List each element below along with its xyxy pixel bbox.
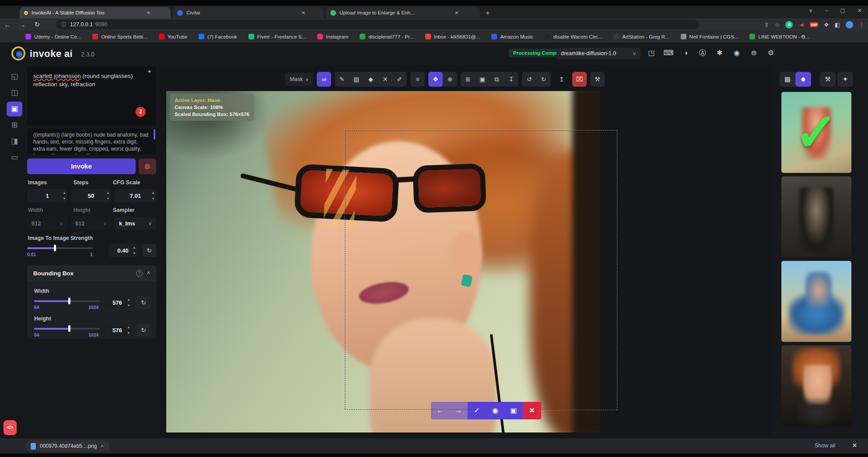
download-image-icon[interactable]: ↧ bbox=[504, 72, 518, 87]
window-menu-icon[interactable]: ∨ bbox=[809, 7, 813, 14]
upload-image-icon[interactable]: ↥ bbox=[554, 72, 569, 87]
move-tool-icon[interactable]: ✥ bbox=[428, 72, 443, 87]
window-maximize-icon[interactable]: ▢ bbox=[840, 7, 845, 14]
eraser-tool-icon[interactable]: ▨ bbox=[349, 72, 364, 87]
gallery-thumbnail[interactable] bbox=[781, 176, 851, 257]
i2i-strength-stepper[interactable]: 0.40 ▴▾ bbox=[108, 244, 137, 257]
profile-avatar[interactable] bbox=[846, 21, 853, 28]
bbox-height-stepper[interactable]: 576 ▴▾ bbox=[103, 323, 132, 337]
share-icon[interactable]: ⇧ bbox=[764, 21, 769, 28]
back-icon[interactable]: ← bbox=[0, 21, 15, 28]
stepper-arrows-icon[interactable]: ▴▾ bbox=[133, 245, 135, 256]
invoke-button[interactable]: Invoke bbox=[27, 158, 136, 174]
address-bar[interactable]: ⓘ 127.0.0.1:9090 bbox=[56, 20, 699, 29]
bookmark-item[interactable]: Online Sports Betti... bbox=[92, 34, 147, 39]
bookmark-item[interactable]: LINE WEBTOON - G... bbox=[749, 34, 809, 39]
bookmark-item[interactable]: disable Wacom Circ... bbox=[545, 34, 602, 39]
steps-stepper[interactable]: 50 ▴▾ bbox=[71, 189, 111, 202]
bookmark-item[interactable]: Neil Fontaine | CGS... bbox=[681, 34, 738, 39]
bookmark-item[interactable]: Inbox - klk56831@... bbox=[425, 34, 480, 39]
previous-image-button[interactable]: ← bbox=[431, 402, 449, 419]
download-item[interactable]: 000979.40d74eb5....png ˄ bbox=[25, 440, 109, 452]
tab-unified-canvas[interactable]: ▣ bbox=[7, 102, 22, 116]
bbox-height-reset-button[interactable]: ↻ bbox=[136, 323, 150, 337]
language-icon[interactable]: Ⓐ bbox=[697, 47, 708, 59]
slider-handle[interactable] bbox=[68, 325, 70, 332]
clear-canvas-trash-icon[interactable]: ⌧ bbox=[572, 72, 587, 87]
report-bug-icon[interactable]: ✱ bbox=[714, 47, 725, 59]
sidebar-toggle-icon[interactable]: ◧ bbox=[835, 21, 840, 28]
bookmarks-overflow-icon[interactable]: » bbox=[802, 32, 805, 39]
save-to-gallery-icon[interactable]: ▣ bbox=[475, 72, 490, 87]
bbox-width-stepper[interactable]: 576 ▴▾ bbox=[103, 296, 132, 309]
forward-icon[interactable]: → bbox=[15, 21, 30, 28]
browser-menu-icon[interactable]: ⋮ bbox=[859, 21, 864, 28]
bookmark-item[interactable]: Amazon Music bbox=[491, 34, 533, 39]
gallery-thumbnail-selected[interactable]: ✓ bbox=[781, 92, 851, 173]
next-image-button[interactable]: → bbox=[449, 402, 468, 419]
bbox-width-reset-button[interactable]: ↻ bbox=[136, 296, 150, 309]
gallery-person-icon[interactable]: ☻ bbox=[795, 72, 811, 87]
brush-options-icon[interactable]: ≡ bbox=[410, 72, 425, 87]
save-staged-image-button[interactable]: ▣ bbox=[504, 402, 523, 419]
tab-civitai[interactable]: Civitai ✕ bbox=[173, 7, 324, 18]
bookmark-item[interactable]: Instagram bbox=[317, 34, 348, 39]
stepper-arrows-icon[interactable]: ▴▾ bbox=[107, 190, 109, 201]
adblock-extension-icon[interactable]: ABP bbox=[810, 22, 818, 27]
clear-mask-icon[interactable]: ✕ bbox=[378, 72, 392, 87]
brush-tool-icon[interactable]: ✎ bbox=[335, 72, 349, 87]
window-minimize-icon[interactable]: − bbox=[825, 7, 828, 14]
canvas-settings-wrench-icon[interactable]: ⚒ bbox=[590, 72, 605, 87]
width-select[interactable]: 512∨ bbox=[27, 217, 67, 230]
tab-training[interactable]: ▭ bbox=[7, 150, 22, 165]
bookmark-star-icon[interactable]: ☆ bbox=[775, 21, 780, 28]
height-select[interactable]: 512∨ bbox=[71, 217, 111, 230]
theme-icon[interactable]: ◑ bbox=[680, 47, 691, 59]
tab-postprocessing[interactable]: ◨ bbox=[7, 134, 22, 149]
stepper-arrows-icon[interactable]: ▴▾ bbox=[128, 297, 130, 308]
bbox-width-slider[interactable] bbox=[34, 300, 100, 302]
bookmark-item[interactable]: YouTube bbox=[159, 34, 187, 39]
layer-select[interactable]: Mask∨ bbox=[285, 73, 313, 86]
model-select[interactable]: dreamlike-diffusion-1.0 ∨ bbox=[556, 48, 640, 59]
bookmark-item[interactable]: ArtStation - Greg R... bbox=[613, 34, 669, 39]
site-info-icon[interactable]: ⓘ bbox=[61, 21, 66, 28]
reload-icon[interactable]: ↻ bbox=[30, 21, 45, 28]
grammarly-extension-icon[interactable]: G bbox=[785, 21, 793, 28]
tab-close-icon[interactable]: ✕ bbox=[301, 10, 305, 16]
reset-view-icon[interactable]: ⊕ bbox=[443, 72, 457, 87]
sampler-select[interactable]: k_lms∨ bbox=[115, 217, 156, 230]
slider-handle[interactable] bbox=[68, 298, 70, 304]
bookmark-item[interactable]: Udemy - Online Co... bbox=[25, 34, 81, 39]
pin-icon[interactable]: ✦ bbox=[147, 68, 152, 75]
gallery-thumbnail[interactable] bbox=[781, 261, 851, 342]
undo-icon[interactable]: ↺ bbox=[522, 72, 536, 87]
downloads-close-icon[interactable]: ✕ bbox=[852, 442, 857, 449]
github-icon[interactable]: ◉ bbox=[732, 47, 742, 59]
bookmark-item[interactable]: Fiverr - Freelance S... bbox=[248, 34, 306, 39]
color-picker-icon[interactable]: ✐ bbox=[392, 72, 407, 87]
tab-invokeai[interactable]: InvokeAI - A Stable Diffusion Too ✕ bbox=[20, 7, 171, 18]
redo-icon[interactable]: ↻ bbox=[536, 72, 551, 87]
i2i-reset-button[interactable]: ↻ bbox=[142, 244, 156, 257]
tab-close-icon[interactable]: ✕ bbox=[455, 10, 458, 16]
bounding-box-header[interactable]: Bounding Box ? ˄ bbox=[27, 265, 156, 281]
bookmark-item[interactable]: disciplenei777 - Pr... bbox=[360, 34, 414, 39]
model-manager-icon[interactable]: ◳ bbox=[646, 47, 657, 59]
gallery-thumbnail[interactable] bbox=[781, 345, 851, 426]
images-stepper[interactable]: 1 ▴▾ bbox=[27, 189, 67, 202]
discord-icon[interactable]: ⊚ bbox=[749, 47, 759, 59]
merge-visible-icon[interactable]: ≣ bbox=[461, 72, 475, 87]
settings-gear-icon[interactable]: ⚙ bbox=[766, 47, 776, 59]
bbox-height-slider[interactable] bbox=[34, 328, 100, 330]
enable-mask-button[interactable]: ∞ bbox=[317, 72, 331, 87]
gallery-images-icon[interactable]: ▦ bbox=[780, 72, 795, 87]
chevron-up-icon[interactable]: ˄ bbox=[101, 443, 103, 449]
accept-image-button[interactable]: ✓ bbox=[468, 402, 486, 419]
red-extension-icon[interactable]: ◄ bbox=[798, 21, 804, 28]
extensions-puzzle-icon[interactable]: ❖ bbox=[824, 21, 829, 28]
tab-image-to-image[interactable]: ◫ bbox=[7, 85, 22, 100]
fill-tool-icon[interactable]: ◆ bbox=[364, 72, 378, 87]
bounding-box-region[interactable] bbox=[345, 130, 617, 410]
show-hide-eye-button[interactable]: ◉ bbox=[486, 402, 504, 419]
